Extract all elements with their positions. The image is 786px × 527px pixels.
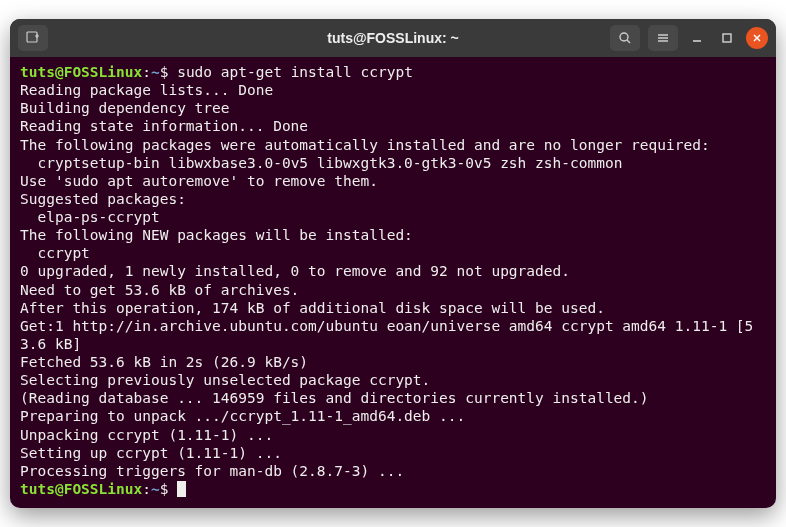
prompt-user-host: tuts@FOSSLinux [20, 64, 142, 80]
output-line: Need to get 53.6 kB of archives. [20, 281, 766, 299]
prompt-line-2: tuts@FOSSLinux:~$ [20, 480, 766, 498]
terminal-window: tuts@FOSSLinux: ~ tuts@FOSSLinux:~$ sudo… [10, 19, 776, 508]
svg-rect-9 [723, 34, 731, 42]
output-line: Processing triggers for man-db (2.8.7-3)… [20, 462, 766, 480]
prompt-user-host-2: tuts@FOSSLinux [20, 481, 142, 497]
prompt-path: ~ [151, 64, 160, 80]
output-line: Reading package lists... Done [20, 81, 766, 99]
search-icon [618, 31, 632, 45]
new-tab-icon [26, 31, 40, 45]
prompt-colon-2: : [142, 481, 151, 497]
menu-icon [656, 31, 670, 45]
output-line: After this operation, 174 kB of addition… [20, 299, 766, 317]
window-title: tuts@FOSSLinux: ~ [327, 30, 459, 46]
output-line: (Reading database ... 146959 files and d… [20, 389, 766, 407]
output-line: Use 'sudo apt autoremove' to remove them… [20, 172, 766, 190]
search-button[interactable] [610, 25, 640, 51]
output-line: Setting up ccrypt (1.11-1) ... [20, 444, 766, 462]
prompt-dollar: $ [160, 64, 169, 80]
cursor [177, 481, 186, 497]
menu-button[interactable] [648, 25, 678, 51]
svg-line-4 [627, 40, 630, 43]
new-tab-button[interactable] [18, 25, 48, 51]
command-text: sudo apt-get install ccrypt [177, 64, 413, 80]
output-line: Get:1 http://in.archive.ubuntu.com/ubunt… [20, 317, 766, 353]
output-line: Suggested packages: [20, 190, 766, 208]
prompt-dollar-2: $ [160, 481, 169, 497]
svg-point-3 [620, 33, 628, 41]
output-line: The following packages were automaticall… [20, 136, 766, 154]
svg-rect-0 [27, 32, 37, 42]
terminal-body[interactable]: tuts@FOSSLinux:~$ sudo apt-get install c… [10, 57, 776, 508]
output-line: Selecting previously unselected package … [20, 371, 766, 389]
output-line: Unpacking ccrypt (1.11-1) ... [20, 426, 766, 444]
minimize-icon [691, 32, 703, 44]
maximize-icon [721, 32, 733, 44]
prompt-path-2: ~ [151, 481, 160, 497]
output-line: Fetched 53.6 kB in 2s (26.9 kB/s) [20, 353, 766, 371]
command-line: tuts@FOSSLinux:~$ sudo apt-get install c… [20, 63, 766, 81]
output-line: Building dependency tree [20, 99, 766, 117]
output-line: cryptsetup-bin libwxbase3.0-0v5 libwxgtk… [20, 154, 766, 172]
minimize-button[interactable] [686, 27, 708, 49]
output-line: The following NEW packages will be insta… [20, 226, 766, 244]
close-button[interactable] [746, 27, 768, 49]
output-container: Reading package lists... DoneBuilding de… [20, 81, 766, 480]
output-line: ccrypt [20, 244, 766, 262]
output-line: 0 upgraded, 1 newly installed, 0 to remo… [20, 262, 766, 280]
prompt-colon: : [142, 64, 151, 80]
titlebar-left [18, 25, 48, 51]
output-line: Reading state information... Done [20, 117, 766, 135]
close-icon [752, 33, 762, 43]
maximize-button[interactable] [716, 27, 738, 49]
titlebar: tuts@FOSSLinux: ~ [10, 19, 776, 57]
output-line: elpa-ps-ccrypt [20, 208, 766, 226]
titlebar-right [610, 25, 768, 51]
output-line: Preparing to unpack .../ccrypt_1.11-1_am… [20, 407, 766, 425]
